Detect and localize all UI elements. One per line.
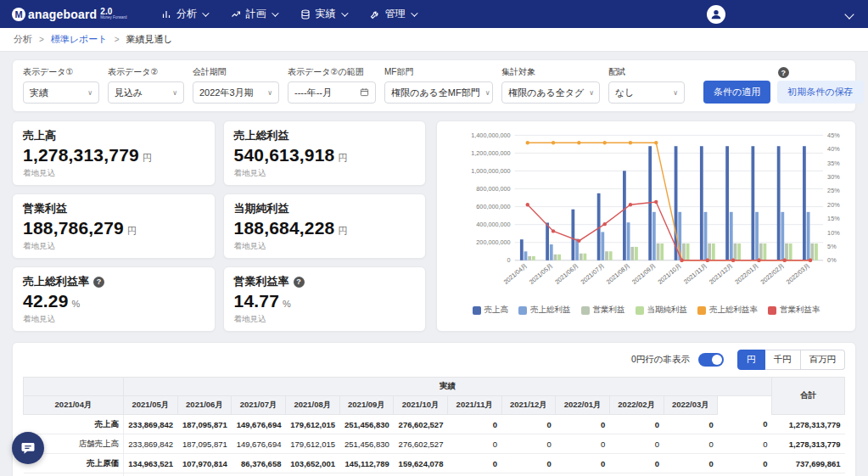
month-column-header: 2021/09月 — [339, 396, 394, 415]
chevron-down-icon: ∨ — [262, 89, 272, 97]
kpi-card-gross-margin: 売上総利益率?42.29%着地見込 — [12, 266, 216, 332]
cell-value: 0 — [664, 434, 718, 454]
nav-menu-plan[interactable]: 計画 — [219, 0, 288, 28]
kpi-value: 14.77% — [234, 291, 416, 311]
cell-value: 0 — [609, 454, 664, 473]
cell-value: 0 — [501, 415, 556, 434]
filter-aggregation-target-select[interactable]: 権限のある全タグ∨ — [501, 81, 600, 104]
kpi-note: 着地見込 — [23, 241, 204, 252]
svg-text:30%: 30% — [827, 173, 840, 181]
kpi-title: 売上高 — [23, 128, 204, 143]
cell-value: 251,456,830 — [339, 415, 394, 434]
chevron-down-icon: ∨ — [82, 89, 92, 97]
filter-display-data-2-range-input[interactable]: ----年--月 — [288, 81, 376, 104]
legend-item[interactable]: 売上総利益 — [518, 305, 571, 316]
legend-item[interactable]: 当期純利益 — [636, 305, 688, 316]
kpi-card-net-income: 当期純利益188,684,228円着地見込 — [223, 193, 427, 259]
cell-value: 0 — [718, 454, 772, 473]
filter-fiscal-period-select[interactable]: 2022年3月期∨ — [193, 81, 279, 104]
unit-yen-button[interactable]: 円 — [737, 350, 765, 370]
breadcrumb-analysis[interactable]: 分析 — [14, 33, 32, 46]
kpi-grid: 売上高1,278,313,779円着地見込売上総利益540,613,918円着地… — [12, 120, 426, 332]
user-avatar[interactable] — [707, 5, 725, 24]
save-default-conditions-button[interactable]: 初期条件の保存 — [777, 81, 863, 104]
nav-menu-actual[interactable]: 実績 — [288, 0, 358, 28]
svg-text:1,000,000,000: 1,000,000,000 — [471, 167, 510, 175]
cell-value: 0 — [609, 415, 664, 434]
chevron-down-icon: ∨ — [480, 89, 490, 97]
month-column-header: 2021/08月 — [285, 396, 339, 415]
cell-value: 0 — [556, 473, 610, 476]
legend-item[interactable]: 売上総利益率 — [697, 305, 758, 316]
cell-value: 187,095,871 — [177, 415, 232, 434]
row-label: 売上高 — [24, 415, 124, 434]
legend-swatch — [581, 306, 590, 315]
filter-mf-department-select[interactable]: 権限のある全MF部門∨ — [384, 81, 493, 104]
cell-value: 0 — [718, 473, 772, 476]
legend-item[interactable]: 営業利益率 — [768, 305, 820, 316]
month-column-header: 2022/01月 — [556, 396, 610, 415]
apply-conditions-button[interactable]: 条件の適用 — [703, 81, 770, 104]
filter-label: 表示データ① — [23, 66, 99, 78]
svg-text:600,000,000: 600,000,000 — [476, 203, 510, 210]
row-total: 0 — [772, 473, 845, 476]
kpi-unit: % — [72, 299, 81, 309]
cell-value: 0 — [609, 434, 664, 454]
kpi-card-operating-profit: 営業利益188,786,279円着地見込 — [12, 193, 216, 259]
month-column-header: 2022/02月 — [609, 396, 664, 415]
results-table: 実績合計2021/04月2021/05月2021/06月2021/07月2021… — [23, 377, 845, 476]
calendar-icon — [355, 87, 369, 98]
brand-logo[interactable]: M anageboard 2.0 Money Forward — [12, 8, 127, 21]
cell-value: 187,095,871 — [177, 434, 232, 454]
cell-value: 0 — [501, 473, 556, 476]
legend-item[interactable]: 営業利益 — [581, 305, 625, 316]
breadcrumb-current-page: 業績見通し — [126, 33, 172, 46]
kpi-unit: % — [283, 299, 291, 309]
unit-million-yen-button[interactable]: 百万円 — [801, 350, 846, 370]
legend-swatch — [768, 306, 776, 315]
kpi-unit: 円 — [127, 226, 137, 236]
hide-zero-rows-toggle[interactable] — [698, 353, 724, 367]
svg-text:25%: 25% — [827, 187, 840, 194]
cell-value: 0 — [124, 473, 178, 476]
trend-chart-icon — [231, 9, 241, 20]
nav-menu-admin[interactable]: 管理 — [358, 0, 428, 28]
cell-value: 134,963,521 — [124, 454, 178, 473]
breadcrumb-standard-report[interactable]: 標準レポート — [51, 33, 108, 46]
filter-allocation-select[interactable]: なし∨ — [608, 81, 685, 104]
legend-swatch — [473, 306, 481, 315]
row-total: 1,278,313,779 — [772, 415, 845, 434]
legend-item[interactable]: 売上高 — [473, 305, 509, 316]
hide-zero-rows-label: 0円行の非表示 — [631, 354, 690, 366]
filter-field-allocation: 配賦なし∨ — [608, 66, 685, 104]
month-column-header: 2021/07月 — [232, 396, 286, 415]
chat-support-button[interactable] — [12, 432, 44, 464]
nav-menu-label: 実績 — [316, 7, 336, 21]
filter-display-data-2-select[interactable]: 見込み∨ — [108, 81, 184, 104]
cell-value: 86,376,658 — [232, 454, 286, 473]
cell-value: 0 — [609, 473, 664, 476]
row-label-column-header — [24, 378, 124, 396]
help-icon[interactable]: ? — [294, 277, 305, 288]
cell-value: 0 — [556, 454, 610, 473]
filter-display-data-1-select[interactable]: 実績∨ — [23, 81, 99, 104]
brand-m-icon: M — [12, 8, 25, 21]
cell-value: 159,624,078 — [394, 454, 448, 473]
kpi-value: 1,278,313,779円 — [23, 145, 204, 165]
legend-swatch — [518, 306, 527, 315]
chevron-down-icon[interactable] — [844, 9, 854, 19]
svg-text:45%: 45% — [827, 132, 840, 139]
kpi-unit: 円 — [143, 153, 152, 163]
help-icon[interactable]: ? — [778, 67, 789, 78]
unit-thousand-yen-button[interactable]: 千円 — [765, 350, 801, 370]
svg-text:2021/06月: 2021/06月 — [553, 261, 580, 285]
filter-bar: 表示データ①実績∨表示データ②見込み∨会計期間2022年3月期∨表示データ②の範… — [12, 59, 856, 112]
svg-text:10%: 10% — [827, 229, 840, 237]
chevron-down-icon — [272, 9, 278, 16]
nav-menu-label: 分析 — [176, 7, 197, 21]
nav-menu-analysis[interactable]: 分析 — [149, 0, 219, 28]
cell-value: 149,676,694 — [232, 434, 286, 454]
help-icon[interactable]: ? — [93, 277, 104, 288]
navbar: M anageboard 2.0 Money Forward 分析 計画 実績 … — [0, 0, 868, 28]
kpi-title: 売上総利益率? — [23, 274, 204, 289]
